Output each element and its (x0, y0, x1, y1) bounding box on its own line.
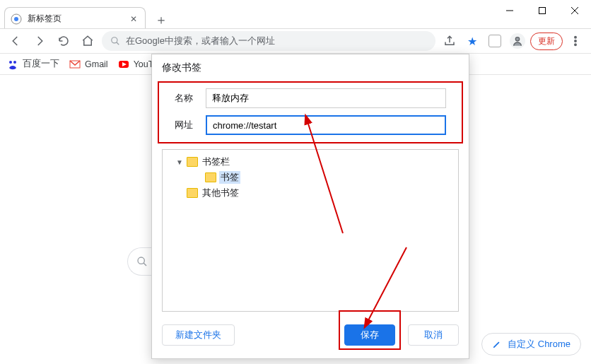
svg-point-5 (14, 17, 18, 21)
back-button[interactable] (6, 31, 25, 51)
omnibox-placeholder: 在Google中搜索，或者输入一个网址 (126, 35, 275, 47)
tab-title: 新标签页 (28, 13, 122, 25)
reload-button[interactable] (54, 31, 74, 51)
bookmark-baidu[interactable]: 百度一下 (7, 58, 59, 70)
home-button[interactable] (78, 31, 98, 51)
chevron-down-icon[interactable]: ▼ (175, 158, 184, 166)
edit-bookmark-dialog: 修改书签 名称 网址 ▼ 书签栏 书签 其他书签 (151, 54, 469, 359)
svg-point-11 (575, 44, 576, 45)
dialog-buttons: 新建文件夹 保存 取消 (152, 312, 469, 358)
folder-icon (187, 188, 198, 198)
tree-row-bookmarks-folder[interactable]: 书签 (165, 170, 455, 185)
maximize-button[interactable] (526, 0, 558, 21)
forward-button[interactable] (30, 31, 49, 51)
name-label: 名称 (175, 92, 199, 105)
annotation-save-highlight: 保存 (339, 310, 401, 350)
close-window-button[interactable] (558, 0, 591, 21)
search-icon (136, 256, 148, 267)
omnibox[interactable]: 在Google中搜索，或者输入一个网址 (102, 31, 435, 51)
cancel-button[interactable]: 取消 (408, 324, 459, 346)
share-icon[interactable] (440, 31, 460, 51)
folder-icon (187, 157, 198, 167)
tree-label: 其他书签 (201, 187, 240, 199)
youtube-icon (118, 59, 129, 70)
tree-row-other-bookmarks[interactable]: 其他书签 (165, 185, 455, 201)
svg-line-18 (144, 263, 146, 266)
dialog-title: 修改书签 (152, 54, 469, 81)
svg-point-6 (112, 37, 117, 43)
customize-label: 自定义 Chrome (508, 338, 570, 351)
bookmark-star-icon[interactable]: ★ (462, 31, 482, 51)
bookmark-gmail[interactable]: Gmail (69, 59, 108, 70)
customize-chrome-button[interactable]: 自定义 Chrome (481, 333, 581, 356)
svg-point-10 (575, 40, 576, 42)
folder-tree[interactable]: ▼ 书签栏 书签 其他书签 (162, 149, 459, 312)
baidu-icon (7, 59, 18, 70)
svg-point-12 (9, 61, 12, 64)
tree-label: 书签栏 (201, 155, 231, 168)
svg-rect-1 (539, 8, 546, 14)
new-folder-button[interactable]: 新建文件夹 (162, 324, 235, 346)
tab-newtab[interactable]: 新标签页 ✕ (4, 7, 146, 30)
pencil-icon (492, 339, 502, 349)
svg-point-9 (575, 37, 576, 38)
new-tab-button[interactable]: ＋ (151, 10, 171, 30)
annotation-fields-highlight: 名称 网址 (158, 81, 463, 143)
tab-strip: 新标签页 ✕ ＋ (4, 6, 171, 30)
bookmark-label: Gmail (85, 59, 108, 69)
bookmark-url-input[interactable] (206, 115, 446, 135)
url-label: 网址 (175, 119, 199, 131)
menu-button[interactable] (566, 31, 585, 51)
tab-close-icon[interactable]: ✕ (128, 13, 139, 25)
update-button[interactable]: 更新 (530, 33, 563, 50)
svg-point-17 (138, 257, 144, 264)
window-controls (493, 0, 591, 21)
svg-point-8 (515, 37, 519, 41)
toolbar: 在Google中搜索，或者输入一个网址 ★ 更新 (0, 28, 591, 54)
tree-label: 书签 (219, 171, 240, 184)
svg-line-7 (117, 42, 119, 45)
search-icon (110, 36, 120, 46)
bookmark-label: 百度一下 (23, 58, 59, 70)
minimize-button[interactable] (493, 0, 526, 21)
tree-row-bookmarks-bar[interactable]: ▼ 书签栏 (165, 154, 455, 170)
folder-icon (205, 172, 216, 182)
save-button[interactable]: 保存 (344, 324, 395, 346)
extensions-icon[interactable] (485, 31, 505, 51)
bookmark-name-input[interactable] (206, 88, 446, 108)
gmail-icon (69, 59, 81, 70)
profile-avatar[interactable] (508, 31, 527, 51)
chrome-favicon-icon (11, 13, 22, 25)
svg-point-13 (13, 61, 16, 64)
